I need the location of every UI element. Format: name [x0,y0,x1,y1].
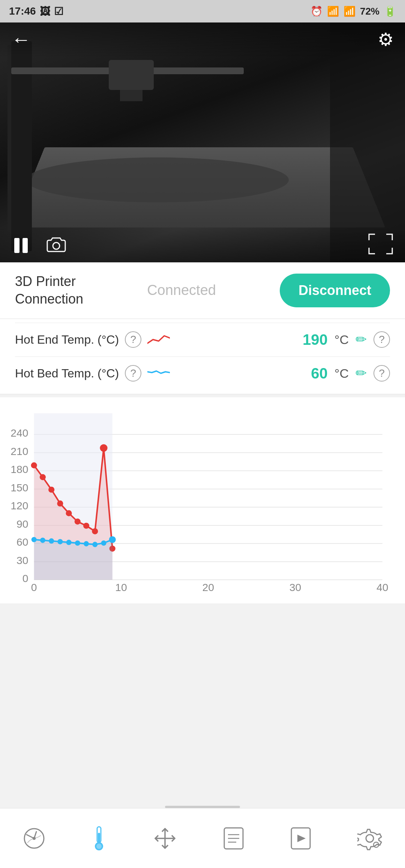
hotend-trend-icon [147,333,170,346]
svg-marker-68 [297,835,306,842]
battery-icon: 🔋 [384,6,396,17]
console-icon [223,826,244,850]
hotend-value: 190 [303,331,328,348]
expand-icon [368,233,394,255]
file-video-icon [290,826,312,850]
battery-display: 72% [360,6,380,17]
thermometer-icon [91,825,107,852]
svg-point-54 [109,536,116,543]
hotbed-help-button[interactable]: ? [125,365,141,382]
hotbed-edit-button[interactable]: ✏ [356,365,367,381]
camera-bottom-bar [0,229,405,262]
svg-rect-58 [98,833,100,843]
svg-rect-4 [109,60,154,90]
svg-point-48 [57,539,63,544]
svg-text:150: 150 [10,481,28,493]
svg-point-60 [96,844,102,849]
camera-top-bar: ← ⚙ [0,22,405,56]
svg-text:120: 120 [10,500,28,512]
svg-point-42 [100,444,107,452]
svg-point-38 [66,510,72,516]
temperature-section: Hot End Temp. (°C) ? 190 °C ✏ ? Hot Bed … [0,319,405,394]
svg-text:0: 0 [22,572,28,584]
chart-section: 0 30 60 90 120 150 180 210 240 0 10 20 3… [0,397,405,603]
temperature-chart: 0 30 60 90 120 150 180 210 240 0 10 20 3… [8,405,394,592]
svg-point-8 [53,242,60,249]
camera-view: ← ⚙ [0,22,405,262]
camera-capture-button[interactable] [46,235,67,256]
nav-settings[interactable] [357,826,382,851]
status-bar: 17:46 🖼 ☑ ⏰ 📶 📶 72% 🔋 [0,0,405,22]
svg-point-45 [32,537,37,542]
wifi-icon: 📶 [327,6,339,17]
dashboard-icon [23,827,45,850]
pause-icon [11,236,31,255]
camera-icon [46,235,67,256]
gallery-icon: 🖼 [40,5,50,18]
hotbed-value: 60 [311,365,328,382]
nav-move[interactable] [153,826,177,850]
disconnect-button[interactable]: Disconnect [280,274,390,307]
svg-point-50 [75,540,80,545]
chart-svg: 0 30 60 90 120 150 180 210 240 0 10 20 3… [8,405,394,592]
connection-section: 3D Printer Connection Connected Disconne… [0,262,405,319]
svg-point-37 [57,500,63,506]
nav-files[interactable] [290,826,312,850]
svg-text:30: 30 [16,554,28,566]
svg-text:90: 90 [16,518,28,530]
bottom-nav [0,808,405,868]
hotbed-row: Hot Bed Temp. (°C) ? 60 °C ✏ ? [0,357,405,390]
signal-icon: 📶 [344,6,356,17]
hotbed-value-help-button[interactable]: ? [374,365,390,382]
fullscreen-button[interactable] [368,233,394,259]
svg-point-47 [49,538,54,543]
alarm-icon: ⏰ [310,6,322,17]
nav-temperature[interactable] [91,825,107,852]
connection-status: Connected [147,282,216,298]
move-icon [153,826,177,850]
svg-point-39 [75,518,81,524]
svg-marker-44 [34,539,112,579]
svg-rect-6 [14,238,20,253]
hotbed-label: Hot Bed Temp. (°C) [15,367,119,380]
svg-point-1 [26,157,289,202]
check-icon: ☑ [54,5,63,18]
svg-point-35 [40,474,46,480]
hotend-row: Hot End Temp. (°C) ? 190 °C ✏ ? [0,323,405,356]
svg-text:210: 210 [10,445,28,457]
svg-text:60: 60 [16,536,28,548]
nav-console[interactable] [223,826,244,850]
printer-overlay [0,22,405,262]
camera-feed [0,22,405,262]
svg-point-36 [48,486,54,492]
hotend-label: Hot End Temp. (°C) [15,333,119,347]
svg-rect-0 [330,22,405,262]
svg-point-41 [92,528,98,534]
svg-point-46 [40,537,45,543]
hotend-help-button[interactable]: ? [125,331,141,348]
svg-point-53 [101,540,106,545]
hotend-edit-button[interactable]: ✏ [356,332,367,347]
svg-rect-5 [120,90,142,101]
time-display: 17:46 [9,5,36,17]
hotbed-unit: °C [334,366,349,381]
svg-text:20: 20 [202,581,214,592]
svg-text:240: 240 [10,427,28,439]
settings-button[interactable]: ⚙ [378,29,394,50]
svg-point-34 [31,462,37,468]
pause-button[interactable] [11,236,31,255]
hotend-unit: °C [334,332,349,347]
nav-dashboard[interactable] [23,827,45,850]
hotbed-trend-icon [147,367,170,380]
settings-icon [357,826,382,851]
connection-label: 3D Printer Connection [15,273,83,308]
svg-point-49 [66,540,72,545]
svg-point-52 [92,542,98,547]
svg-rect-7 [22,238,28,253]
svg-point-69 [366,835,374,842]
svg-text:180: 180 [10,463,28,475]
hotend-value-help-button[interactable]: ? [374,331,390,348]
svg-point-40 [83,522,89,528]
svg-text:30: 30 [290,581,301,592]
back-button[interactable]: ← [11,28,31,51]
